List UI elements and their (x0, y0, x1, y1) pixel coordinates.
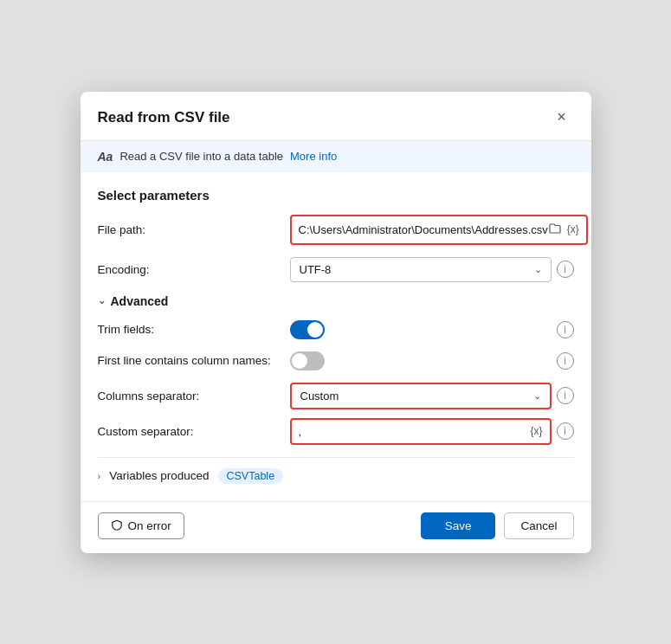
footer-right-buttons: Save Cancel (421, 512, 574, 539)
encoding-info-icon[interactable]: i (557, 261, 574, 278)
first-line-control-wrap: i (290, 351, 574, 370)
more-info-link[interactable]: More info (290, 150, 337, 163)
info-bar: Aa Read a CSV file into a data table Mor… (81, 141, 591, 172)
file-path-label: File path: (98, 223, 280, 236)
info-bar-text: Read a CSV file into a data table (119, 150, 283, 163)
variables-produced-row: › Variables produced CSVTable (98, 457, 574, 491)
dialog-header: Read from CSV file × (81, 92, 591, 141)
columns-separator-control-wrap: Custom ⌄ i (290, 383, 574, 409)
on-error-label: On error (128, 519, 171, 532)
columns-separator-info-icon[interactable]: i (557, 387, 574, 404)
trim-fields-label: Trim fields: (98, 323, 280, 336)
encoding-value: UTF-8 (300, 263, 332, 276)
variables-chevron-icon: › (98, 471, 101, 481)
first-line-label: First line contains column names: (98, 354, 280, 367)
encoding-row: Encoding: UTF-8 ⌄ i (98, 257, 574, 282)
first-line-toggle-thumb (292, 353, 307, 369)
close-button[interactable]: × (550, 106, 574, 130)
file-path-control-wrap: C:\Users\Administrator\Documents\Address… (290, 215, 591, 245)
trim-fields-info-icon[interactable]: i (557, 321, 574, 338)
encoding-control-wrap: UTF-8 ⌄ i (290, 257, 574, 282)
csv-table-badge: CSVTable (218, 468, 284, 484)
custom-separator-value: , (299, 425, 531, 438)
dialog-body: Select parameters File path: C:\Users\Ad… (81, 172, 591, 501)
custom-separator-row: Custom separator: , {x} i (98, 418, 574, 445)
aa-icon: Aa (98, 150, 113, 164)
advanced-section-header[interactable]: ⌄ Advanced (98, 294, 574, 308)
encoding-label: Encoding: (98, 263, 280, 276)
section-title: Select parameters (98, 188, 574, 203)
trim-fields-toggle[interactable] (290, 320, 325, 339)
file-path-row: File path: C:\Users\Administrator\Docume… (98, 215, 574, 245)
custom-separator-control-wrap: , {x} i (290, 418, 574, 445)
columns-separator-row: Columns separator: Custom ⌄ i (98, 383, 574, 409)
trim-fields-toggle-thumb (307, 322, 323, 338)
encoding-select[interactable]: UTF-8 ⌄ (290, 257, 552, 282)
first-line-row: First line contains column names: i (98, 351, 574, 370)
custom-separator-info-icon[interactable]: i (557, 422, 574, 440)
columns-separator-select[interactable]: Custom ⌄ (290, 383, 552, 409)
custom-separator-input[interactable]: , {x} (290, 418, 552, 445)
read-csv-dialog: Read from CSV file × Aa Read a CSV file … (81, 92, 591, 553)
file-browse-icon[interactable] (548, 222, 562, 238)
custom-separator-var-icon[interactable]: {x} (530, 425, 542, 437)
columns-separator-chevron-icon: ⌄ (533, 390, 541, 402)
first-line-toggle[interactable] (290, 351, 325, 370)
shield-icon (111, 519, 123, 531)
columns-separator-value: Custom (300, 390, 339, 402)
variable-icon[interactable]: {x} (567, 223, 579, 235)
advanced-label: Advanced (111, 294, 169, 308)
file-path-input[interactable]: C:\Users\Administrator\Documents\Address… (290, 215, 588, 245)
first-line-info-icon[interactable]: i (557, 352, 574, 370)
advanced-chevron-icon: ⌄ (98, 295, 106, 306)
custom-separator-label: Custom separator: (98, 425, 280, 438)
encoding-chevron-icon: ⌄ (534, 264, 542, 275)
trim-fields-row: Trim fields: i (98, 320, 574, 339)
save-button[interactable]: Save (421, 512, 496, 539)
cancel-button[interactable]: Cancel (504, 512, 573, 539)
on-error-button[interactable]: On error (98, 512, 184, 539)
trim-fields-control-wrap: i (290, 320, 574, 339)
variables-produced-label: Variables produced (109, 469, 209, 482)
file-path-value: C:\Users\Administrator\Documents\Address… (299, 223, 548, 236)
dialog-title: Read from CSV file (98, 109, 230, 126)
columns-separator-label: Columns separator: (98, 390, 280, 402)
dialog-footer: On error Save Cancel (81, 501, 591, 553)
file-path-action-icons: {x} (548, 222, 579, 238)
